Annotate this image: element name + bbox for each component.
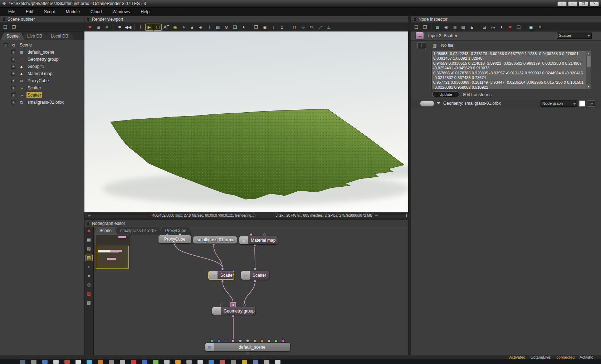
- panel-dock-checkbox[interactable]: [87, 18, 90, 21]
- scene-input-pin[interactable]: [218, 339, 220, 342]
- taskbar-app-icon[interactable]: [209, 360, 214, 364]
- copy-icon[interactable]: ❐: [252, 24, 260, 31]
- tree-expander-icon[interactable]: +: [11, 93, 15, 97]
- tree-item-smallgrass-01-orbx[interactable]: +⧉smallgrass-01.orbx: [0, 99, 84, 106]
- export-icon[interactable]: ↥: [278, 24, 286, 31]
- tree-expander-icon[interactable]: +: [11, 65, 15, 69]
- time-icon[interactable]: ◷: [489, 24, 497, 31]
- tree-item-geometry-group[interactable]: +∴Geometry group: [0, 56, 84, 63]
- tree-item-proxycube[interactable]: +⧉ProxyCube: [0, 77, 84, 84]
- import-file-button[interactable]: ⤒: [417, 42, 426, 49]
- node-color-pill-button[interactable]: [420, 100, 434, 107]
- scroll-down-button[interactable]: ▼: [586, 84, 591, 89]
- restart-icon[interactable]: ◀◀: [124, 24, 132, 31]
- imager-icon[interactable]: ▣: [527, 24, 535, 31]
- taskbar-app-icon[interactable]: [98, 360, 103, 364]
- taskbar-app-icon[interactable]: [231, 360, 236, 364]
- tree-item-default-scene[interactable]: +▦default_scene: [0, 49, 84, 56]
- minimize-button[interactable]: —: [568, 1, 577, 6]
- close-button[interactable]: ✕: [590, 1, 599, 6]
- render-viewport-canvas[interactable]: [84, 31, 408, 212]
- tree-item-group-1[interactable]: +▲Group#1: [0, 63, 84, 70]
- layers-icon[interactable]: ❏: [231, 24, 239, 31]
- color-picker-icon[interactable]: ◉: [171, 24, 179, 31]
- scene-input-pin[interactable]: [268, 339, 270, 342]
- orbit-icon[interactable]: ⟳: [308, 24, 316, 31]
- scene-input-pin[interactable]: [246, 339, 249, 342]
- taskbar-app-icon[interactable]: [242, 360, 247, 364]
- tree-expander-icon[interactable]: −: [4, 43, 8, 47]
- scene-input-pin[interactable]: [232, 339, 235, 342]
- taskbar-app-icon[interactable]: [53, 360, 59, 364]
- pause-icon[interactable]: Ⅱ: [137, 24, 145, 31]
- node-proxycube[interactable]: ProxyCube: [158, 235, 191, 244]
- pan-icon[interactable]: ✢: [299, 24, 307, 31]
- node-scatter-selected[interactable]: ↝ Scatter: [208, 271, 234, 280]
- taskbar-app-icon[interactable]: [75, 360, 81, 364]
- save-icon[interactable]: ↓: [269, 24, 277, 31]
- fit-resolution-icon[interactable]: ⊞: [94, 24, 102, 31]
- scene-input-pin[interactable]: [225, 339, 228, 342]
- taskbar-app-icon[interactable]: [186, 360, 192, 364]
- scene-input-pin[interactable]: [210, 339, 213, 342]
- region-icon[interactable]: ▧: [214, 24, 222, 31]
- tree-expander-icon[interactable]: +: [11, 50, 15, 54]
- focus-picker-icon[interactable]: ✛: [205, 24, 213, 31]
- passes-icon[interactable]: ❏: [515, 24, 523, 31]
- expand-all-icon[interactable]: ❐: [421, 24, 429, 31]
- panel-dock-checkbox[interactable]: [2, 18, 5, 21]
- color-swatch[interactable]: [579, 100, 585, 107]
- tree-expander-icon[interactable]: +: [11, 58, 15, 62]
- taskbar-app-icon[interactable]: [142, 360, 147, 364]
- axis-gizmo-icon[interactable]: ⊥: [325, 24, 333, 31]
- material-icon[interactable]: ▲: [468, 24, 476, 31]
- tree-expander-icon[interactable]: +: [11, 79, 15, 83]
- scene-input-pin[interactable]: [260, 339, 263, 342]
- material-picker-icon[interactable]: ▲: [188, 24, 196, 31]
- tree-expander-icon[interactable]: +: [11, 72, 15, 76]
- scene-input-pin[interactable]: [253, 339, 256, 342]
- render-grid-icon[interactable]: ▦: [85, 290, 93, 297]
- film-icon[interactable]: ▥: [451, 24, 459, 31]
- play-icon[interactable]: ▶: [145, 24, 153, 31]
- transform-data-field[interactable]: 1.08953 -0.0242243 -0.278178 -3.90436 0.…: [431, 51, 591, 89]
- node-geometry-group[interactable]: ∴ Geometry group: [212, 307, 256, 315]
- scene-input-pin[interactable]: [239, 339, 242, 342]
- material-ball-icon[interactable]: ◗: [85, 264, 93, 270]
- menu-help[interactable]: Help: [135, 8, 155, 16]
- node-scatter[interactable]: ↝ Scatter: [241, 271, 269, 280]
- tree-expander-icon[interactable]: +: [11, 100, 15, 104]
- menu-edit[interactable]: Edit: [20, 8, 39, 16]
- windows-taskbar[interactable]: [0, 359, 601, 364]
- taskbar-app-icon[interactable]: [197, 360, 203, 364]
- tree-item-scatter[interactable]: +↝Scatter: [0, 84, 84, 92]
- resolution-icon[interactable]: ⊡: [480, 24, 488, 31]
- nodegraph-tab-smallgrass-01-orbx[interactable]: smallgrass-01.orbx: [114, 227, 162, 235]
- pin-window-button[interactable]: ⇔: [557, 1, 567, 6]
- kernel-icon[interactable]: ✦: [498, 24, 505, 31]
- tree-expander-icon[interactable]: +: [11, 86, 15, 90]
- medium-ball-icon[interactable]: ◍: [85, 281, 93, 288]
- outliner-tab-local-db[interactable]: Local DB: [45, 33, 74, 40]
- tree-item-material-map[interactable]: +▲Material map: [0, 70, 84, 77]
- collapse-arrow-icon[interactable]: [437, 102, 440, 104]
- taskbar-app-icon[interactable]: [64, 360, 70, 364]
- nodegraph-canvas[interactable]: Scenesmallgrass-01.orbxProxyCube ✖▦▧▤◗●◍…: [84, 227, 408, 355]
- expand-all-icon[interactable]: ❐: [10, 24, 18, 31]
- panel-dock-checkbox[interactable]: [413, 18, 416, 21]
- collapse-all-icon[interactable]: ❏: [412, 24, 420, 31]
- lock-icon[interactable]: ⊓: [290, 24, 298, 31]
- update-button[interactable]: Update: [432, 92, 459, 97]
- tree-item-scatter[interactable]: +↝Scatter: [0, 92, 84, 99]
- zoom-tool-icon[interactable]: ⊙: [223, 24, 230, 31]
- render-target-icon[interactable]: ▤: [434, 24, 441, 31]
- transform-scrollbar[interactable]: ▲ ▼: [586, 51, 591, 89]
- node-type-dropdown[interactable]: Scatter: [557, 33, 592, 39]
- node-material-map[interactable]: ▲ Material map: [239, 236, 278, 245]
- tree-item-scene[interactable]: −⧉Scene: [0, 41, 84, 49]
- taskbar-app-icon[interactable]: [20, 360, 25, 364]
- outliner-tab-scene[interactable]: Scene: [1, 33, 24, 40]
- taskbar-app-icon[interactable]: [175, 360, 181, 364]
- scene-input-pin[interactable]: [275, 339, 278, 342]
- taskbar-app-icon[interactable]: [109, 360, 114, 364]
